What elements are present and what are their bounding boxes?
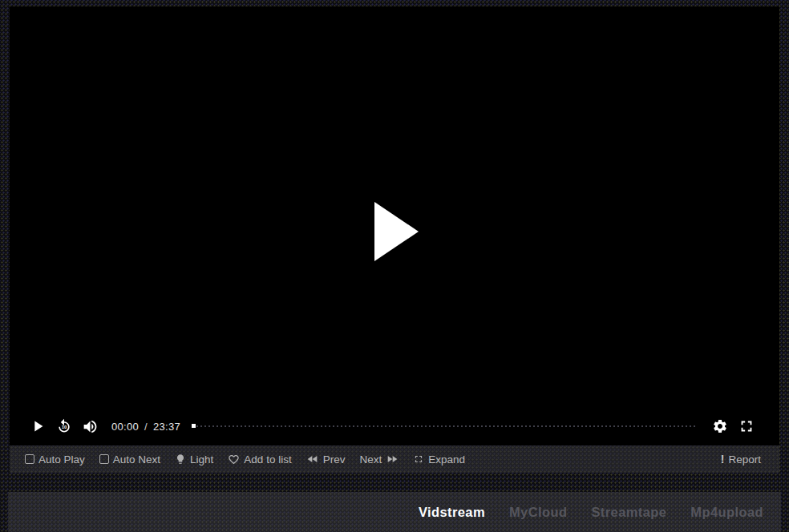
- next-label: Next: [359, 453, 382, 466]
- checkbox-icon: [25, 454, 34, 464]
- volume-button[interactable]: [82, 418, 99, 435]
- settings-button[interactable]: [712, 418, 728, 434]
- progress-track: [196, 425, 696, 427]
- prev-icon: [306, 453, 319, 466]
- player-toolbar: Auto Play Auto Next Light Add to list Pr…: [10, 445, 779, 473]
- server-streamtape[interactable]: Streamtape: [591, 505, 666, 520]
- add-to-list-button[interactable]: Add to list: [228, 453, 291, 466]
- auto-play-toggle[interactable]: Auto Play: [25, 453, 85, 466]
- heart-icon: [228, 453, 240, 466]
- rewind-10-number: 10: [62, 425, 67, 429]
- progress-handle[interactable]: [192, 424, 196, 428]
- time-duration: 23:37: [153, 421, 180, 433]
- rewind-10-button[interactable]: 10: [56, 418, 72, 434]
- report-label: Report: [728, 453, 761, 466]
- add-to-list-label: Add to list: [244, 453, 291, 466]
- gear-icon: [712, 418, 728, 434]
- report-icon: !: [721, 453, 725, 465]
- server-mycloud[interactable]: MyCloud: [509, 505, 567, 520]
- server-vidstream[interactable]: Vidstream: [419, 505, 485, 520]
- light-label: Light: [190, 453, 213, 466]
- server-panel: Vidstream MyCloud Streamtape Mp4upload: [8, 492, 781, 532]
- player-control-bar: 10 00:00/23:37: [10, 410, 779, 442]
- expand-button[interactable]: Expand: [413, 453, 465, 466]
- auto-play-label: Auto Play: [38, 453, 85, 466]
- fullscreen-button[interactable]: [738, 417, 755, 435]
- lightbulb-icon: [175, 453, 186, 465]
- big-play-button[interactable]: [374, 202, 419, 261]
- fullscreen-icon: [738, 417, 755, 435]
- checkbox-icon: [99, 454, 109, 464]
- volume-icon: [82, 418, 99, 435]
- time-current: 00:00: [111, 421, 139, 433]
- auto-next-label: Auto Next: [113, 453, 160, 466]
- expand-label: Expand: [428, 453, 465, 466]
- prev-episode-button[interactable]: Prev: [306, 453, 346, 466]
- time-display: 00:00/23:37: [111, 421, 180, 433]
- report-button[interactable]: ! Report: [721, 453, 761, 466]
- prev-label: Prev: [323, 453, 346, 466]
- play-button[interactable]: [29, 417, 47, 435]
- next-icon: [386, 453, 399, 466]
- server-mp4upload[interactable]: Mp4upload: [690, 505, 763, 520]
- video-player[interactable]: 10 00:00/23:37: [10, 6, 779, 445]
- play-icon: [29, 417, 47, 435]
- progress-bar[interactable]: [192, 422, 696, 430]
- page: { "player": { "time_current": "00:00", "…: [0, 0, 789, 532]
- expand-icon: [413, 453, 424, 465]
- light-toggle[interactable]: Light: [175, 453, 213, 466]
- auto-next-toggle[interactable]: Auto Next: [99, 453, 160, 466]
- time-separator: /: [144, 421, 148, 433]
- next-episode-button[interactable]: Next: [359, 453, 399, 466]
